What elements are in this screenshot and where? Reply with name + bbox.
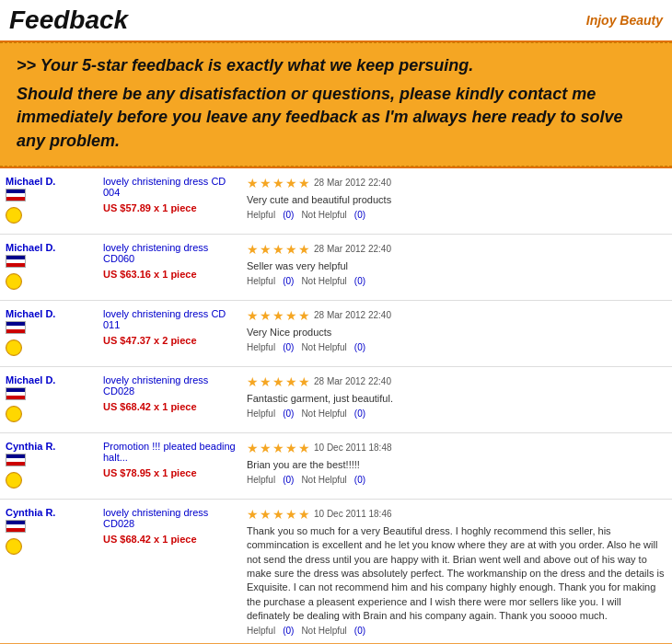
- stars-row: ★★★★★ 28 Mar 2012 22:40: [247, 374, 666, 389]
- reviewer-name: Michael D.: [6, 308, 98, 319]
- not-helpful-count[interactable]: (0): [354, 475, 365, 485]
- review-column: ★★★★★ 28 Mar 2012 22:40 Very cute and be…: [247, 176, 666, 226]
- reviewer-column: Michael D.: [6, 176, 98, 226]
- star-filled: ★: [285, 374, 297, 389]
- star-filled: ★: [247, 507, 259, 522]
- not-helpful-count[interactable]: (0): [354, 342, 365, 352]
- review-text: Thank you so much for a very Beautiful d…: [247, 524, 666, 624]
- banner-line-2: Should there be any disatisfaction or qu…: [17, 83, 655, 153]
- star-filled: ★: [272, 441, 284, 455]
- reviews-container: Michael D. lovely christening dress CD 0…: [0, 167, 672, 644]
- reviewer-name: Michael D.: [6, 242, 98, 253]
- reviewer-column: Cynthia R.: [6, 441, 98, 491]
- table-row: Michael D. lovely christening dress CD06…: [0, 235, 672, 301]
- product-price: US $47.37 x 2 piece: [103, 335, 197, 346]
- star-filled: ★: [298, 308, 310, 323]
- product-name[interactable]: lovely christening dress CD 011: [103, 308, 241, 330]
- star-filled: ★: [260, 308, 272, 323]
- product-name[interactable]: lovely christening dress CD028: [103, 507, 241, 529]
- star-filled: ★: [247, 308, 259, 323]
- review-date: 28 Mar 2012 22:40: [314, 310, 391, 320]
- not-helpful-count[interactable]: (0): [354, 276, 365, 286]
- not-helpful-count[interactable]: (0): [354, 626, 365, 636]
- helpful-count[interactable]: (0): [283, 276, 294, 286]
- product-name[interactable]: lovely christening dress CD028: [103, 374, 241, 397]
- banner-line-1: >> Your 5-star feedback is exactly what …: [17, 54, 655, 77]
- helpful-count[interactable]: (0): [283, 342, 294, 352]
- star-filled: ★: [247, 176, 259, 190]
- star-rating: ★★★★★: [247, 308, 310, 323]
- star-filled: ★: [260, 176, 272, 190]
- stars-row: ★★★★★ 28 Mar 2012 22:40: [247, 176, 666, 190]
- star-filled: ★: [260, 441, 272, 455]
- reviewer-flag: [6, 520, 26, 533]
- helpful-count[interactable]: (0): [283, 475, 294, 485]
- not-helpful-count[interactable]: (0): [354, 408, 365, 419]
- not-helpful-label: Not Helpful: [301, 342, 346, 352]
- reviewer-flag: [6, 189, 26, 201]
- star-filled: ★: [298, 441, 310, 455]
- header: Feedback Injoy Beauty: [0, 0, 672, 42]
- helpful-label: Helpful: [247, 342, 275, 352]
- star-filled: ★: [298, 242, 310, 257]
- review-column: ★★★★★ 28 Mar 2012 22:40 Seller was very …: [247, 242, 666, 293]
- stars-row: ★★★★★ 10 Dec 2011 18:48: [247, 441, 666, 455]
- stars-row: ★★★★★ 28 Mar 2012 22:40: [247, 242, 666, 257]
- star-rating: ★★★★★: [247, 374, 310, 389]
- reviewer-flag: [6, 387, 26, 400]
- helpful-row: Helpful (0) Not Helpful (0): [247, 342, 666, 352]
- review-text: Fantastic garment, just beautiful.: [247, 392, 666, 406]
- reviewer-column: Michael D.: [6, 374, 98, 425]
- product-name[interactable]: Promotion !!! pleated beading halt...: [103, 441, 241, 463]
- product-column: lovely christening dress CD 011 US $47.3…: [103, 308, 241, 359]
- stars-row: ★★★★★ 28 Mar 2012 22:40: [247, 308, 666, 323]
- reviewer-badge: [6, 406, 22, 422]
- product-column: lovely christening dress CD 004 US $57.8…: [103, 176, 241, 226]
- helpful-label: Helpful: [247, 210, 275, 220]
- review-column: ★★★★★ 28 Mar 2012 22:40 Fantastic garmen…: [247, 374, 666, 425]
- product-price: US $63.16 x 1 piece: [103, 269, 197, 280]
- review-date: 10 Dec 2011 18:48: [314, 443, 392, 453]
- table-row: Michael D. lovely christening dress CD 0…: [0, 301, 672, 367]
- helpful-label: Helpful: [247, 475, 275, 485]
- star-filled: ★: [247, 374, 259, 389]
- star-filled: ★: [285, 308, 297, 323]
- helpful-label: Helpful: [247, 276, 275, 286]
- review-text: Seller was very helpful: [247, 259, 666, 273]
- reviewer-column: Cynthia R.: [6, 507, 98, 637]
- reviewer-flag: [6, 255, 26, 268]
- star-filled: ★: [272, 242, 284, 257]
- star-filled: ★: [260, 507, 272, 522]
- helpful-count[interactable]: (0): [283, 210, 294, 220]
- product-name[interactable]: lovely christening dress CD060: [103, 242, 241, 264]
- not-helpful-count[interactable]: (0): [354, 210, 365, 220]
- not-helpful-label: Not Helpful: [301, 210, 346, 220]
- feedback-banner: >> Your 5-star feedback is exactly what …: [0, 42, 672, 167]
- star-filled: ★: [285, 242, 297, 257]
- product-name[interactable]: lovely christening dress CD 004: [103, 176, 241, 198]
- helpful-count[interactable]: (0): [283, 408, 294, 419]
- reviewer-flag: [6, 454, 26, 466]
- review-column: ★★★★★ 10 Dec 2011 18:46 Thank you so muc…: [247, 507, 666, 637]
- helpful-count[interactable]: (0): [283, 626, 294, 636]
- helpful-row: Helpful (0) Not Helpful (0): [247, 408, 666, 419]
- product-price: US $68.42 x 1 piece: [103, 401, 197, 412]
- not-helpful-label: Not Helpful: [301, 276, 346, 286]
- review-text: Very Nice products: [247, 326, 666, 339]
- star-rating: ★★★★★: [247, 242, 310, 257]
- reviewer-name: Cynthia R.: [6, 441, 98, 452]
- table-row: Michael D. lovely christening dress CD 0…: [0, 168, 672, 235]
- star-filled: ★: [272, 308, 284, 323]
- reviewer-name: Cynthia R.: [6, 507, 98, 518]
- helpful-label: Helpful: [247, 626, 275, 636]
- product-column: lovely christening dress CD028 US $68.42…: [103, 507, 241, 637]
- star-filled: ★: [285, 507, 297, 522]
- not-helpful-label: Not Helpful: [301, 408, 346, 419]
- star-filled: ★: [272, 176, 284, 190]
- star-rating: ★★★★★: [247, 507, 310, 522]
- product-column: lovely christening dress CD028 US $68.42…: [103, 374, 241, 425]
- reviewer-badge: [6, 339, 22, 356]
- product-column: lovely christening dress CD060 US $63.16…: [103, 242, 241, 293]
- product-price: US $68.42 x 1 piece: [103, 534, 197, 545]
- brand-name: Injoy Beauty: [586, 13, 663, 28]
